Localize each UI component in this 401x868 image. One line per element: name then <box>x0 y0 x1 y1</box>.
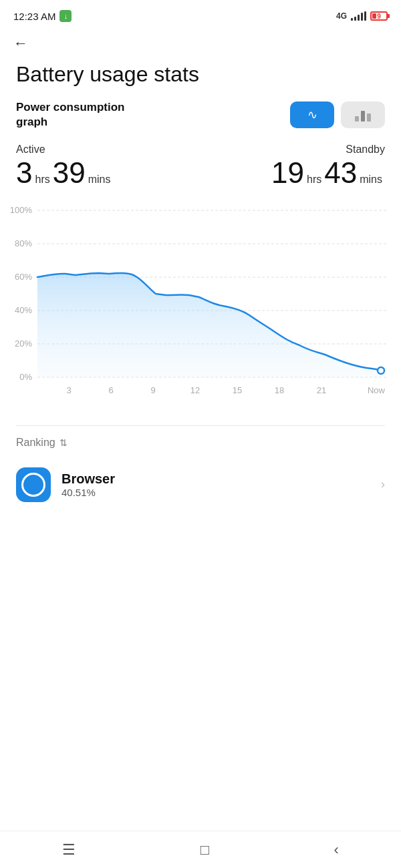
svg-text:12: 12 <box>190 385 200 395</box>
active-label: Active <box>16 144 113 156</box>
wave-toggle-button[interactable]: ∿ <box>290 101 334 128</box>
status-right: 4G 9 <box>336 11 388 21</box>
network-label: 4G <box>336 11 347 21</box>
standby-hours: 19 <box>271 158 304 188</box>
svg-text:Now: Now <box>368 385 386 395</box>
page-title: Battery usage stats <box>0 55 401 100</box>
ranking-row[interactable]: Ranking ⇅ <box>0 437 401 459</box>
app-list-item[interactable]: Browser 40.51% › <box>0 459 401 510</box>
graph-label: Power consumptiongraph <box>16 100 124 130</box>
app-icon-browser <box>16 467 51 502</box>
signal-bar-2 <box>354 17 356 21</box>
standby-hrs-unit: hrs <box>307 174 321 186</box>
signal-bar-4 <box>361 13 363 21</box>
svg-text:3: 3 <box>66 385 71 395</box>
status-bar: 12:23 AM ↓ 4G 9 <box>0 0 401 29</box>
svg-text:6: 6 <box>108 385 113 395</box>
bar-1 <box>355 116 359 122</box>
bar-2 <box>361 111 365 122</box>
battery-chart: 100% 80% 60% 40% 20% 0% 3 <box>0 198 401 412</box>
signal-bar-5 <box>364 11 366 21</box>
stats-row: Active 3 hrs 39 mins Standby 19 hrs 43 m… <box>0 144 401 198</box>
back-nav-icon[interactable]: ‹ <box>333 841 338 859</box>
ranking-sort-icon: ⇅ <box>59 437 68 448</box>
toggle-buttons: ∿ <box>290 101 385 128</box>
svg-text:15: 15 <box>233 385 242 395</box>
svg-text:80%: 80% <box>15 238 32 248</box>
signal-bar-1 <box>351 18 353 21</box>
active-mins-unit: mins <box>88 174 111 186</box>
active-hours: 3 <box>16 158 32 188</box>
wave-icon: ∿ <box>307 107 317 122</box>
back-button[interactable]: ← <box>0 29 401 55</box>
active-stat: Active 3 hrs 39 mins <box>16 144 113 188</box>
chart-svg: 100% 80% 60% 40% 20% 0% 3 <box>5 198 396 412</box>
svg-point-12 <box>378 367 384 374</box>
svg-text:9: 9 <box>150 385 155 395</box>
svg-text:40%: 40% <box>15 305 32 315</box>
battery-level: 9 <box>377 13 381 20</box>
menu-icon[interactable]: ☰ <box>62 841 76 859</box>
standby-stat: Standby 19 hrs 43 mins <box>271 144 385 188</box>
active-hrs-unit: hrs <box>35 174 49 186</box>
battery-fill <box>372 13 376 19</box>
active-mins: 39 <box>53 158 86 188</box>
status-time: 12:23 AM ↓ <box>13 10 72 22</box>
app-percent: 40.51% <box>61 487 370 498</box>
svg-text:20%: 20% <box>15 339 32 349</box>
app-name: Browser <box>61 471 370 487</box>
time-label: 12:23 AM <box>13 11 55 22</box>
svg-text:0%: 0% <box>19 372 32 382</box>
signal-bars <box>351 11 366 21</box>
graph-toggle-row: Power consumptiongraph ∿ <box>0 100 401 143</box>
app-info: Browser 40.51% <box>61 471 370 498</box>
svg-text:21: 21 <box>317 385 326 395</box>
bottom-spacer <box>0 510 401 557</box>
chevron-right-icon: › <box>381 477 385 491</box>
browser-icon-circle <box>21 473 45 497</box>
standby-mins: 43 <box>324 158 357 188</box>
svg-text:100%: 100% <box>10 205 33 215</box>
battery-icon: 9 <box>370 11 388 21</box>
ranking-label: Ranking <box>16 437 55 449</box>
svg-text:18: 18 <box>275 385 284 395</box>
standby-mins-unit: mins <box>360 174 382 186</box>
bottom-nav: ☰ □ ‹ <box>0 831 401 868</box>
bar-3 <box>367 114 371 122</box>
standby-label: Standby <box>271 144 385 156</box>
home-icon[interactable]: □ <box>200 841 209 859</box>
bar-chart-icon <box>355 108 371 122</box>
active-value: 3 hrs 39 mins <box>16 158 113 188</box>
svg-text:60%: 60% <box>15 272 32 282</box>
download-icon: ↓ <box>59 10 72 22</box>
standby-value: 19 hrs 43 mins <box>271 158 385 188</box>
bar-toggle-button[interactable] <box>341 101 385 128</box>
divider <box>16 425 385 426</box>
signal-bar-3 <box>358 15 360 21</box>
